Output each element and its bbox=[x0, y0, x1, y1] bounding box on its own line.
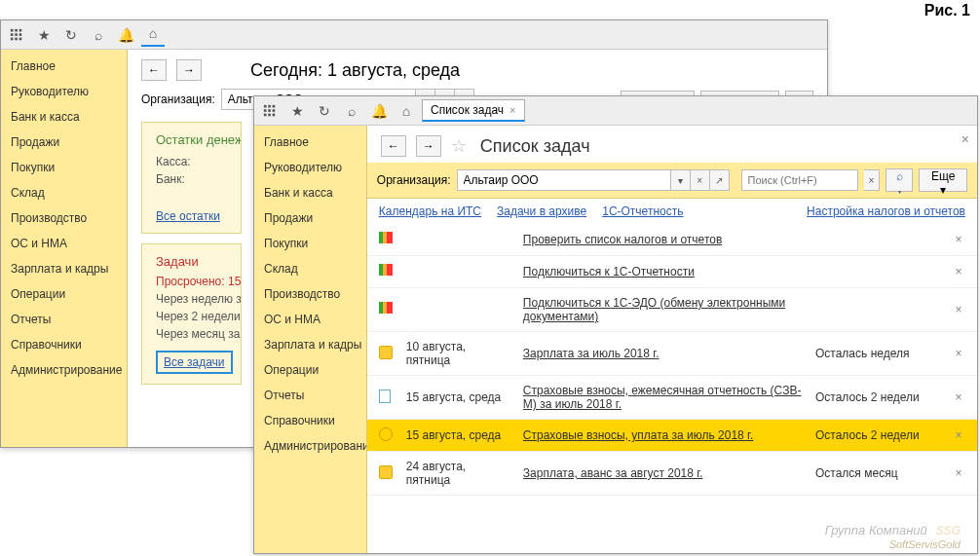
sidebar-item[interactable]: Склад bbox=[254, 256, 366, 281]
sidebar-item[interactable]: Операции bbox=[254, 357, 366, 383]
task-row[interactable]: 24 августа, пятницаЗарплата, аванс за ав… bbox=[367, 452, 977, 496]
sidebar-item[interactable]: Покупки bbox=[254, 231, 366, 256]
sidebar-item[interactable]: Зарплата и кадры bbox=[254, 332, 366, 357]
svg-rect-9 bbox=[264, 104, 267, 107]
sidebar-item[interactable]: ОС и НМА bbox=[1, 231, 127, 256]
task-type-icon bbox=[379, 427, 396, 443]
apps-icon[interactable] bbox=[5, 23, 28, 47]
sidebar-item[interactable]: Банк и касса bbox=[254, 180, 366, 205]
task-row[interactable]: Подключиться к 1С-Отчетности× bbox=[367, 256, 977, 288]
apps-icon[interactable] bbox=[258, 99, 282, 123]
org-label: Организация: bbox=[377, 173, 451, 187]
tab-close-icon[interactable]: × bbox=[509, 104, 515, 116]
task-name: Страховые взносы, ежемесячная отчетность… bbox=[523, 384, 806, 411]
home-icon[interactable]: ⌂ bbox=[395, 99, 418, 123]
task-link[interactable]: Проверить список налогов и отчетов bbox=[523, 233, 722, 246]
sidebar-item[interactable]: Руководителю bbox=[1, 79, 127, 104]
sidebar-item[interactable]: Производство bbox=[254, 281, 366, 307]
sidebar-item[interactable]: Главное bbox=[254, 130, 366, 155]
sidebar-item[interactable]: Администрирование bbox=[1, 357, 127, 383]
task-close-icon[interactable]: × bbox=[952, 265, 965, 278]
task-close-icon[interactable]: × bbox=[952, 390, 965, 404]
task-row[interactable]: 15 августа, средаСтраховые взносы, ежеме… bbox=[367, 376, 977, 420]
history-icon[interactable]: ↻ bbox=[313, 99, 336, 123]
task-row[interactable]: Подключиться к 1С-ЭДО (обмену электронны… bbox=[367, 288, 977, 332]
back-button[interactable]: ← bbox=[381, 135, 406, 157]
star-icon[interactable]: ★ bbox=[32, 23, 56, 47]
task-line1: Через неделю зарп bbox=[156, 292, 227, 306]
sidebar-item[interactable]: Продажи bbox=[254, 205, 366, 231]
sidebar-item[interactable]: Продажи bbox=[1, 130, 127, 155]
task-line2: Через 2 недели стра bbox=[156, 310, 227, 323]
sidebar-item[interactable]: Операции bbox=[1, 281, 127, 307]
sidebar: ГлавноеРуководителюБанк и кассаПродажиПо… bbox=[254, 126, 367, 553]
search-icon[interactable]: ⌕ bbox=[340, 99, 363, 123]
forward-button[interactable]: → bbox=[416, 135, 441, 157]
close-icon[interactable]: × bbox=[961, 131, 969, 147]
all-tasks-link[interactable]: Все задачи bbox=[164, 355, 225, 369]
home-icon[interactable]: ⌂ bbox=[141, 23, 165, 47]
toolbar: ★ ↻ ⌕ 🔔 ⌂ bbox=[1, 20, 827, 50]
search-icon[interactable]: ⌕ bbox=[87, 23, 110, 47]
task-row[interactable]: Проверить список налогов и отчетов× bbox=[367, 224, 977, 256]
overdue-label: Просрочено: 15 зада bbox=[156, 275, 227, 288]
tab-tasklist[interactable]: Список задач × bbox=[422, 99, 525, 122]
task-close-icon[interactable]: × bbox=[952, 428, 965, 442]
task-row[interactable]: 15 августа, средаСтраховые взносы, уплат… bbox=[367, 420, 977, 452]
task-link[interactable]: Зарплата за июль 2018 г. bbox=[523, 347, 660, 360]
favorite-icon[interactable]: ☆ bbox=[451, 135, 467, 157]
task-link[interactable]: Подключиться к 1С-ЭДО (обмену электронны… bbox=[523, 296, 785, 323]
forward-button[interactable]: → bbox=[176, 59, 202, 81]
task-link[interactable]: Страховые взносы, ежемесячная отчетность… bbox=[523, 384, 802, 411]
sidebar-item[interactable]: Администрирование bbox=[254, 433, 366, 459]
task-link[interactable]: Страховые взносы, уплата за июль 2018 г. bbox=[523, 428, 753, 442]
bell-icon[interactable]: 🔔 bbox=[114, 23, 137, 47]
task-close-icon[interactable]: × bbox=[952, 233, 965, 246]
star-icon[interactable]: ★ bbox=[285, 99, 309, 123]
task-link[interactable]: Зарплата, аванс за август 2018 г. bbox=[523, 466, 703, 480]
window-tasklist: ★ ↻ ⌕ 🔔 ⌂ Список задач × ГлавноеРуководи… bbox=[253, 95, 978, 554]
clear-icon[interactable]: × bbox=[691, 169, 710, 191]
task-link[interactable]: Подключиться к 1С-Отчетности bbox=[523, 265, 695, 278]
sidebar-item[interactable]: Главное bbox=[1, 54, 127, 79]
task-close-icon[interactable]: × bbox=[952, 347, 965, 360]
back-button[interactable]: ← bbox=[141, 59, 167, 81]
task-date: 15 августа, среда bbox=[406, 428, 513, 442]
archive-link[interactable]: Задачи в архиве bbox=[497, 204, 586, 218]
task-type-icon bbox=[379, 346, 396, 361]
tax-settings-link[interactable]: Настройка налогов и отчетов bbox=[807, 204, 965, 218]
search-button[interactable]: ⌕ ▾ bbox=[886, 168, 913, 192]
sidebar-item[interactable]: Склад bbox=[1, 180, 127, 205]
more-button[interactable]: Еще ▾ bbox=[919, 168, 967, 192]
search-input[interactable] bbox=[741, 169, 858, 191]
sidebar-item[interactable]: Справочники bbox=[1, 332, 127, 357]
calendar-link[interactable]: Календарь на ИТС bbox=[379, 204, 481, 218]
bell-icon[interactable]: 🔔 bbox=[367, 99, 391, 123]
task-name: Проверить список налогов и отчетов bbox=[523, 233, 806, 246]
kassa-label: Касса: bbox=[156, 155, 227, 168]
task-close-icon[interactable]: × bbox=[952, 303, 965, 316]
reporting-link[interactable]: 1С-Отчетность bbox=[602, 204, 683, 218]
sidebar-item[interactable]: Отчеты bbox=[1, 307, 127, 332]
sidebar-item[interactable]: Производство bbox=[1, 205, 127, 231]
sidebar-item[interactable]: Банк и касса bbox=[1, 104, 127, 130]
org-input[interactable] bbox=[457, 169, 671, 191]
task-name: Страховые взносы, уплата за июль 2018 г. bbox=[523, 428, 806, 442]
task-name: Зарплата, аванс за август 2018 г. bbox=[523, 466, 806, 480]
sidebar-item[interactable]: Руководителю bbox=[254, 155, 366, 180]
task-type-icon bbox=[379, 465, 396, 481]
task-row[interactable]: 10 августа, пятницаЗарплата за июль 2018… bbox=[367, 332, 977, 376]
sidebar-item[interactable]: Зарплата и кадры bbox=[1, 256, 127, 281]
svg-rect-14 bbox=[273, 109, 276, 112]
dropdown-icon[interactable]: ▾ bbox=[671, 169, 691, 191]
sidebar-item[interactable]: ОС и НМА bbox=[254, 307, 366, 332]
history-icon[interactable]: ↻ bbox=[59, 23, 83, 47]
task-close-icon[interactable]: × bbox=[952, 466, 965, 480]
all-balances-link[interactable]: Все остатки bbox=[156, 209, 220, 223]
clear-search-icon[interactable]: × bbox=[864, 169, 881, 191]
sidebar-item[interactable]: Покупки bbox=[1, 155, 127, 180]
svg-rect-8 bbox=[19, 37, 22, 40]
sidebar-item[interactable]: Справочники bbox=[254, 408, 366, 433]
open-icon[interactable]: ↗ bbox=[710, 169, 730, 191]
sidebar-item[interactable]: Отчеты bbox=[254, 383, 366, 408]
